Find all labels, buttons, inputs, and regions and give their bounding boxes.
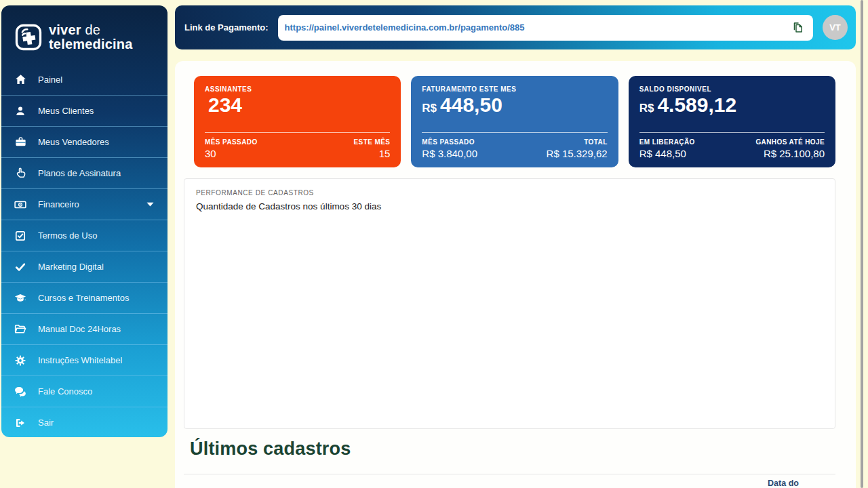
chart-title: Quantidade de Cadastros nos últimos 30 d… — [196, 201, 823, 211]
stat-cards-row: ASSINANTES 234 MÊS PASSADO 30 ESTE MÊS 1… — [175, 61, 856, 167]
card-value: R$448,50 — [422, 94, 607, 119]
sidebar-item-fale-conosco[interactable]: Fale Conosco — [1, 375, 167, 407]
gear-icon — [12, 355, 28, 366]
money-bill-icon — [12, 199, 28, 211]
card-sub-em-liberacao: EM LIBERAÇÃO R$ 448,50 — [639, 138, 695, 159]
sidebar-item-planos-de-assinatura[interactable]: Planos de Assinatura — [1, 157, 167, 188]
topbar: Link de Pagamento: VT — [175, 5, 856, 49]
sidebar-item-painel[interactable]: Painel — [1, 64, 167, 95]
card-divider — [422, 132, 607, 133]
sidebar-item-label: Sair — [38, 418, 54, 428]
card-sub-mes-passado: MÊS PASSADO R$ 3.840,00 — [422, 138, 477, 159]
card-title: SALDO DISPONIVEL — [639, 85, 825, 93]
sidebar-item-label: Meus Vendedores — [38, 137, 109, 147]
card-title: ASSINANTES — [205, 85, 390, 93]
sidebar-item-cursos-e-treinamentos[interactable]: Cursos e Treinamentos — [1, 282, 167, 313]
sidebar-item-label: Planos de Assinatura — [38, 168, 121, 178]
check-square-icon — [12, 230, 28, 241]
sidebar-item-financeiro[interactable]: Financeiro — [1, 188, 167, 220]
hand-pointer-icon — [12, 167, 28, 179]
sidebar-item-label: Financeiro — [38, 199, 79, 209]
card-title: FATURAMENTO ESTE MES — [422, 85, 607, 93]
copy-link-button[interactable] — [789, 19, 806, 36]
brand-name: viver de telemedicina — [49, 23, 133, 52]
sidebar-item-label: Manual Doc 24Horas — [38, 324, 121, 334]
chevron-down-icon — [146, 202, 154, 207]
vertical-scrollbar[interactable] — [861, 0, 863, 488]
card-saldo: SALDO DISPONIVEL R$4.589,12 EM LIBERAÇÃO… — [629, 76, 835, 167]
briefcase-icon — [12, 136, 28, 148]
sidebar: viver de telemedicina Painel Meus Client… — [1, 5, 167, 437]
payment-link-box — [278, 15, 813, 41]
card-value: 234 — [205, 94, 390, 119]
card-sub-ganhos: GANHOS ATÉ HOJE R$ 25.100,80 — [755, 138, 825, 159]
main-content: ASSINANTES 234 MÊS PASSADO 30 ESTE MÊS 1… — [175, 61, 856, 488]
card-sub-mes-passado: MÊS PASSADO 30 — [205, 138, 258, 159]
sidebar-item-label: Fale Conosco — [38, 386, 92, 396]
sidebar-item-label: Instruções Whitelabel — [38, 355, 122, 365]
sidebar-item-sair[interactable]: Sair — [1, 407, 167, 437]
payment-link-label: Link de Pagamento: — [184, 22, 269, 33]
home-icon — [12, 74, 28, 85]
column-header-data-do: Data do — [760, 479, 807, 488]
comments-icon — [12, 386, 28, 398]
sidebar-nav: Painel Meus Clientes Meus Vendedores Pla… — [1, 64, 167, 437]
sidebar-item-termos-de-uso[interactable]: Termos de Uso — [1, 220, 167, 251]
sidebar-item-marketing-digital[interactable]: Marketing Digital — [1, 251, 167, 282]
telemedicine-logo-icon — [15, 24, 42, 51]
sidebar-item-label: Meus Clientes — [38, 106, 94, 116]
sidebar-item-instrucoes-whitelabel[interactable]: Instruções Whitelabel — [1, 344, 167, 375]
sidebar-item-label: Cursos e Treinamentos — [38, 293, 129, 303]
check-icon — [12, 262, 28, 272]
folder-open-icon — [12, 323, 28, 336]
card-sub-este-mes: ESTE MÊS 15 — [354, 138, 391, 159]
card-divider — [205, 132, 390, 133]
performance-chart-panel: PERFORMANCE DE CADASTROS Quantidade de C… — [184, 178, 835, 429]
section-divider — [184, 474, 835, 474]
latest-registrations-heading: Últimos cadastros — [190, 439, 856, 460]
user-icon — [12, 106, 28, 117]
sidebar-item-meus-clientes[interactable]: Meus Clientes — [1, 95, 167, 126]
sidebar-item-meus-vendedores[interactable]: Meus Vendedores — [1, 126, 167, 157]
sidebar-item-manual-doc-24horas[interactable]: Manual Doc 24Horas — [1, 313, 167, 344]
sign-out-icon — [12, 418, 28, 428]
avatar[interactable]: VT — [823, 15, 848, 40]
payment-link-input[interactable] — [285, 22, 789, 33]
chart-eyebrow: PERFORMANCE DE CADASTROS — [196, 189, 823, 197]
sidebar-item-label: Marketing Digital — [38, 262, 104, 272]
latest-table-header-row: Data do — [175, 479, 856, 488]
card-faturamento: FATURAMENTO ESTE MES R$448,50 MÊS PASSAD… — [411, 76, 618, 167]
card-value: R$4.589,12 — [639, 94, 825, 119]
card-divider — [639, 132, 825, 133]
copy-icon — [791, 20, 805, 35]
sidebar-item-label: Painel — [38, 75, 62, 85]
card-assinantes: ASSINANTES 234 MÊS PASSADO 30 ESTE MÊS 1… — [194, 76, 401, 167]
brand-logo[interactable]: viver de telemedicina — [1, 5, 167, 64]
sidebar-item-label: Termos de Uso — [38, 230, 97, 241]
graduation-cap-icon — [12, 292, 28, 304]
card-sub-total: TOTAL R$ 15.329,62 — [547, 138, 608, 159]
